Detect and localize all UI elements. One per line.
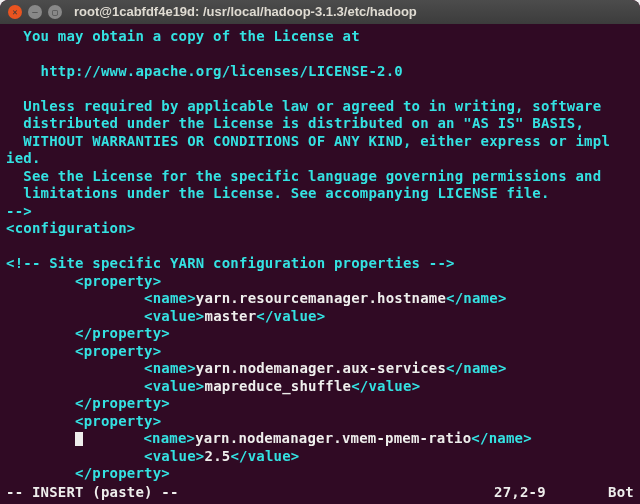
comment-close: --> [6, 203, 634, 221]
property-name: <name>yarn.nodemanager.vmem-pmem-ratio</… [6, 430, 634, 448]
license-text: Unless required by applicable law or agr… [6, 98, 634, 116]
cursor [75, 432, 83, 446]
property-value: <value>2.5</value> [6, 448, 634, 466]
vim-mode: -- INSERT (paste) -- [6, 484, 494, 500]
license-text: limitations under the License. See accom… [6, 185, 634, 203]
property-name: <name>yarn.nodemanager.aux-services</nam… [6, 360, 634, 378]
license-text: See the License for the specific languag… [6, 168, 634, 186]
titlebar: ✕ – ▢ root@1cabfdf4e19d: /usr/local/hado… [0, 0, 640, 24]
license-text: ied. [6, 150, 634, 168]
xml-comment: <!-- Site specific YARN configuration pr… [6, 255, 634, 273]
maximize-icon[interactable]: ▢ [48, 5, 62, 19]
property-name: <name>yarn.resourcemanager.hostname</nam… [6, 290, 634, 308]
license-text: WITHOUT WARRANTIES OR CONDITIONS OF ANY … [6, 133, 634, 151]
property-open: <property> [6, 343, 634, 361]
license-url: http://www.apache.org/licenses/LICENSE-2… [6, 63, 634, 81]
minimize-icon[interactable]: – [28, 5, 42, 19]
terminal-body[interactable]: You may obtain a copy of the License at … [0, 24, 640, 505]
property-value: <value>mapreduce_shuffle</value> [6, 378, 634, 396]
vim-statusbar: -- INSERT (paste) -- 27,2-9 Bot [6, 484, 634, 500]
license-text: You may obtain a copy of the License at [6, 28, 634, 46]
property-close: </property> [6, 465, 634, 483]
vim-location: Bot [594, 484, 634, 500]
close-icon[interactable]: ✕ [8, 5, 22, 19]
window-title: root@1cabfdf4e19d: /usr/local/hadoop-3.1… [74, 4, 417, 19]
terminal-window: ✕ – ▢ root@1cabfdf4e19d: /usr/local/hado… [0, 0, 640, 504]
license-text: distributed under the License is distrib… [6, 115, 634, 133]
property-close: </property> [6, 395, 634, 413]
property-close: </property> [6, 325, 634, 343]
vim-position: 27,2-9 [494, 484, 594, 500]
property-value: <value>master</value> [6, 308, 634, 326]
property-open: <property> [6, 273, 634, 291]
property-open: <property> [6, 413, 634, 431]
xml-tag: <configuration> [6, 220, 634, 238]
